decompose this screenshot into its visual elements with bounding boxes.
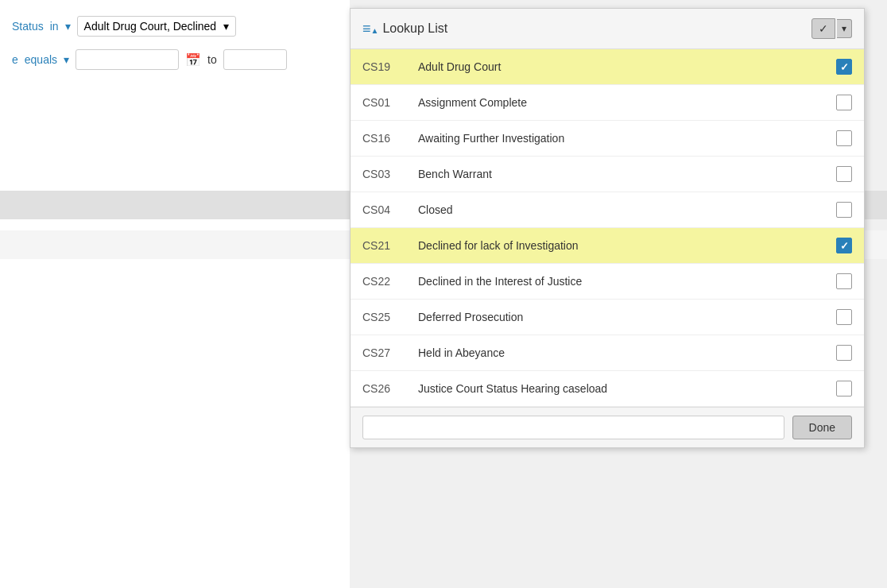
filter-icon: ≡▲ [362,21,378,37]
item-label: Declined for lack of Investigation [418,239,836,252]
item-checkbox[interactable] [836,202,852,218]
item-checkbox[interactable] [836,95,852,110]
checkmark-dropdown-button[interactable]: ▾ [837,19,852,38]
date-equals-arrow: ▾ [64,53,69,66]
lookup-search-input[interactable] [362,416,784,439]
list-item[interactable]: CS03Bench Warrant [351,157,864,192]
item-checkbox[interactable] [836,345,852,361]
item-checkbox[interactable] [836,381,852,397]
dropdown-arrow-icon: ▾ [223,20,229,33]
item-label: Bench Warrant [418,168,836,180]
list-item[interactable]: CS27Held in Abeyance [351,335,864,371]
item-checkbox[interactable] [836,166,852,182]
item-checkbox[interactable] [836,238,852,253]
item-code: CS04 [362,203,418,216]
lookup-actions: ✓ ▾ [811,18,852,39]
lookup-title: Lookup List [382,21,447,36]
date-to-input[interactable] [223,49,287,70]
lookup-list: CS19Adult Drug CourtCS01Assignment Compl… [351,49,864,407]
lookup-footer: Done [351,407,864,447]
status-filter-row: Status in ▾ Adult Drug Court, Declined ▾ [12,16,338,37]
item-checkbox[interactable] [836,309,852,325]
item-code: CS19 [362,60,418,73]
item-checkbox[interactable] [836,59,852,75]
item-label: Adult Drug Court [418,60,836,73]
item-code: CS01 [362,96,418,109]
item-label: Assignment Complete [418,96,836,109]
date-equals-label: equals [25,53,57,66]
item-label: Deferred Prosecution [418,311,836,323]
to-label: to [207,53,217,66]
date-from-input[interactable] [76,49,179,70]
list-item[interactable]: CS26Justice Court Status Hearing caseloa… [351,371,864,407]
list-item[interactable]: CS22Declined in the Interest of Justice [351,264,864,300]
status-operator-arrow: ▾ [65,20,71,33]
item-label: Justice Court Status Hearing caseload [418,382,836,395]
list-item[interactable]: CS01Assignment Complete [351,85,864,121]
item-label: Awaiting Further Investigation [418,132,836,145]
list-item[interactable]: CS25Deferred Prosecution [351,300,864,335]
item-code: CS03 [362,168,418,180]
item-code: CS26 [362,382,418,395]
status-operator-label: in [50,20,59,33]
date-operator-label: e [12,53,18,66]
filter-panel: Status in ▾ Adult Drug Court, Declined ▾… [0,0,350,99]
item-label: Closed [418,203,836,216]
item-code: CS21 [362,239,418,252]
item-label: Held in Abeyance [418,346,836,359]
item-code: CS27 [362,346,418,359]
item-checkbox[interactable] [836,273,852,289]
calendar-from-icon[interactable]: 📅 [185,52,201,68]
lookup-header: ≡▲ Lookup List ✓ ▾ [351,9,864,49]
date-filter-row: e equals ▾ 📅 to [12,49,338,70]
list-item[interactable]: CS21Declined for lack of Investigation [351,228,864,264]
list-item[interactable]: CS16Awaiting Further Investigation [351,121,864,157]
checkmark-button[interactable]: ✓ [811,18,835,39]
status-value-text: Adult Drug Court, Declined [84,20,217,33]
item-code: CS16 [362,132,418,145]
done-button[interactable]: Done [792,416,852,439]
status-value-dropdown[interactable]: Adult Drug Court, Declined ▾ [77,16,236,37]
list-item[interactable]: CS04Closed [351,192,864,228]
item-checkbox[interactable] [836,130,852,146]
lookup-list-panel: ≡▲ Lookup List ✓ ▾ CS19Adult Drug CourtC… [350,8,865,448]
item-label: Declined in the Interest of Justice [418,275,836,288]
lookup-title-area: ≡▲ Lookup List [362,21,447,37]
status-label: Status [12,20,44,33]
item-code: CS25 [362,311,418,323]
item-code: CS22 [362,275,418,288]
list-item[interactable]: CS19Adult Drug Court [351,49,864,85]
